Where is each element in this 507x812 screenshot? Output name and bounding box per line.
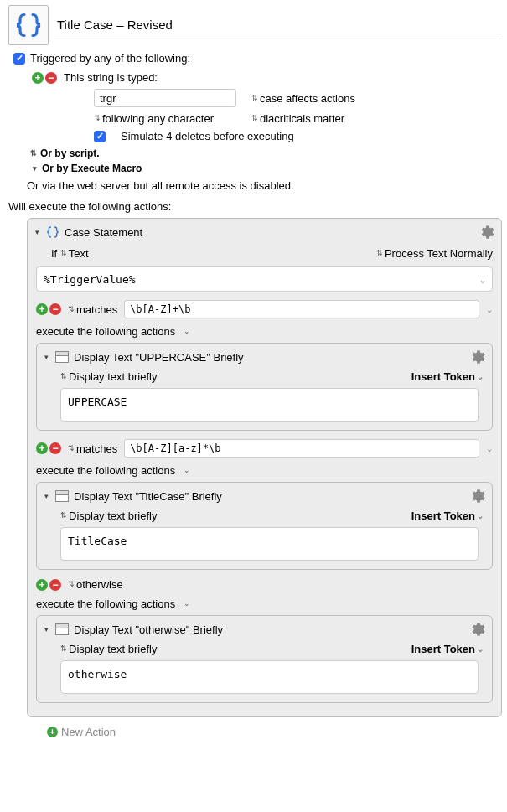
chevron-down-icon[interactable]: ⌄ bbox=[486, 444, 493, 453]
insert-token-button[interactable]: Insert Token ⌄ bbox=[411, 509, 484, 522]
chevron-down-icon[interactable]: ⌄ bbox=[184, 328, 190, 335]
chevron-down-icon[interactable]: ⌄ bbox=[184, 600, 190, 608]
display-select[interactable]: ⇅ Display text briefly bbox=[60, 643, 157, 655]
case-title: Case Statement bbox=[65, 226, 142, 239]
case-affects-select[interactable]: ⇅ case affects actions bbox=[251, 92, 355, 105]
chevron-down-icon[interactable]: ⌄ bbox=[184, 467, 190, 474]
display-text-field[interactable]: otherwise bbox=[60, 660, 479, 694]
triggered-label: Triggered by any of the following: bbox=[30, 52, 190, 65]
window-icon bbox=[55, 351, 69, 363]
add-icon: + bbox=[47, 727, 58, 737]
display-text-field[interactable]: UPPERCASE bbox=[60, 388, 479, 422]
window-icon bbox=[55, 490, 69, 502]
pattern-input[interactable] bbox=[124, 439, 479, 458]
display-text-field[interactable]: TitleCase bbox=[60, 527, 479, 561]
following-char-select[interactable]: ⇅ following any character bbox=[94, 112, 236, 125]
if-select[interactable]: ⇅ Text bbox=[60, 247, 89, 260]
app-icon[interactable] bbox=[8, 5, 49, 45]
add-branch-icon[interactable]: + bbox=[36, 303, 48, 315]
insert-token-button[interactable]: Insert Token ⌄ bbox=[411, 370, 484, 383]
add-branch-icon[interactable]: + bbox=[36, 579, 48, 591]
simulate-deletes-checkbox[interactable] bbox=[94, 131, 106, 142]
new-action-button[interactable]: + New Action bbox=[47, 726, 502, 738]
remove-branch-icon[interactable]: − bbox=[49, 442, 61, 454]
actions-label: Will execute the following actions: bbox=[8, 200, 502, 213]
diacriticals-select[interactable]: ⇅ diacriticals matter bbox=[251, 112, 344, 125]
remove-branch-icon[interactable]: − bbox=[49, 303, 61, 315]
sub-title: Display Text "TitleCase" Briefly bbox=[74, 490, 222, 503]
or-execute-row[interactable]: ▾ Or by Execute Macro bbox=[30, 163, 502, 174]
remove-branch-icon[interactable]: − bbox=[49, 579, 61, 591]
case-statement-action: ▾ Case Statement If ⇅ Text ⇅ Process Tex… bbox=[27, 218, 502, 717]
triggered-checkbox[interactable] bbox=[13, 53, 25, 65]
disclose-icon[interactable]: ▾ bbox=[42, 353, 50, 361]
add-trigger-icon[interactable]: + bbox=[32, 72, 44, 84]
pattern-input[interactable] bbox=[124, 300, 479, 318]
gear-icon[interactable] bbox=[468, 621, 485, 638]
typed-string-input[interactable] bbox=[94, 89, 236, 107]
process-select[interactable]: ⇅ Process Text Normally bbox=[376, 247, 493, 260]
if-label: If bbox=[51, 247, 57, 260]
matches-select[interactable]: ⇅ matches bbox=[68, 442, 117, 455]
add-branch-icon[interactable]: + bbox=[36, 442, 48, 454]
simulate-deletes-label: Simulate 4 deletes before executing bbox=[121, 130, 294, 142]
gear-icon[interactable] bbox=[468, 488, 485, 504]
display-text-action: ▾ Display Text "otherwise" Briefly ⇅ Dis… bbox=[36, 615, 493, 703]
disclose-icon[interactable]: ▾ bbox=[42, 625, 50, 634]
matches-select[interactable]: ⇅ matches bbox=[68, 303, 117, 316]
web-server-text: Or via the web server but all remote acc… bbox=[27, 179, 502, 192]
exec-label: execute the following actions bbox=[36, 464, 175, 477]
disclose-icon[interactable]: ▾ bbox=[42, 492, 50, 500]
sub-title: Display Text "UPPERCASE" Briefly bbox=[74, 351, 244, 364]
display-select[interactable]: ⇅ Display text briefly bbox=[60, 370, 157, 383]
chevron-down-icon[interactable]: ⌄ bbox=[480, 275, 485, 284]
gear-icon[interactable] bbox=[468, 349, 485, 365]
display-select[interactable]: ⇅ Display text briefly bbox=[60, 509, 157, 522]
insert-token-button[interactable]: Insert Token ⌄ bbox=[411, 643, 484, 655]
trigger-value-input[interactable]: %TriggerValue% ⌄ bbox=[36, 266, 493, 292]
display-text-action: ▾ Display Text "TitleCase" Briefly ⇅ Dis… bbox=[36, 482, 493, 570]
exec-label: execute the following actions bbox=[36, 597, 175, 610]
window-icon bbox=[55, 623, 69, 635]
display-text-action: ▾ Display Text "UPPERCASE" Briefly ⇅ Dis… bbox=[36, 343, 493, 431]
otherwise-select[interactable]: ⇅ otherwise bbox=[68, 578, 123, 591]
disclose-icon[interactable]: ▾ bbox=[33, 228, 41, 236]
string-typed-label: This string is typed: bbox=[64, 71, 158, 84]
or-script-row[interactable]: ⇅ Or by script. bbox=[30, 147, 502, 159]
macro-title-input[interactable] bbox=[54, 16, 502, 34]
chevron-down-icon[interactable]: ⌄ bbox=[486, 305, 493, 314]
sub-title: Display Text "otherwise" Briefly bbox=[74, 623, 223, 636]
braces-icon bbox=[46, 225, 59, 239]
remove-trigger-icon[interactable]: − bbox=[45, 72, 57, 84]
gear-icon[interactable] bbox=[478, 224, 494, 240]
exec-label: execute the following actions bbox=[36, 325, 175, 338]
